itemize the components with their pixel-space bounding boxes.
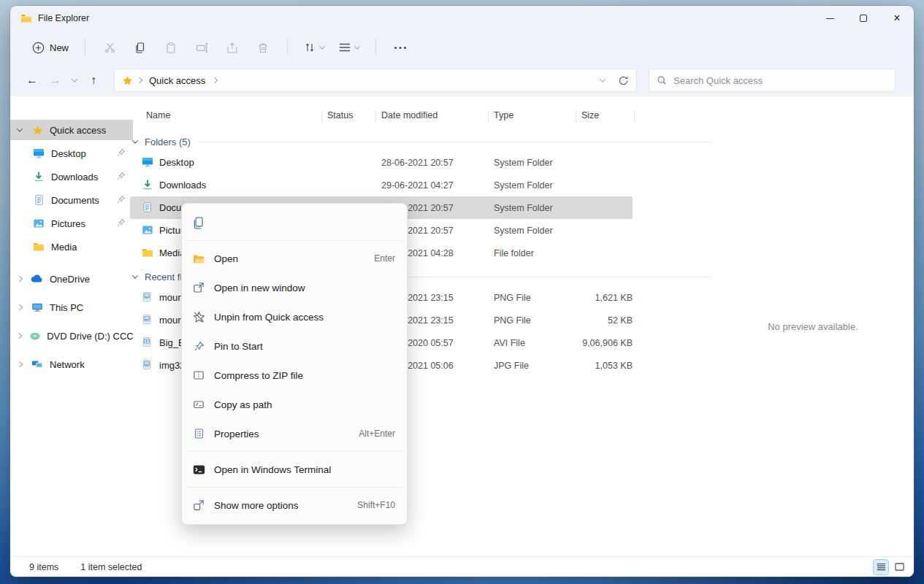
view-button[interactable] bbox=[335, 36, 364, 59]
rename-button[interactable] bbox=[188, 36, 215, 59]
sidebar-item-quick-access[interactable]: Quick access bbox=[10, 120, 133, 140]
arrow-up-icon: ↑ bbox=[91, 74, 96, 87]
file-type: System Folder bbox=[494, 226, 553, 236]
up-button[interactable]: ↑ bbox=[82, 69, 105, 91]
sort-button[interactable] bbox=[299, 36, 329, 59]
chevron-right-icon[interactable] bbox=[16, 333, 22, 339]
menu-item-label: Show more options bbox=[214, 500, 299, 511]
menu-item-label: Pin to Start bbox=[214, 341, 263, 352]
image-file-icon bbox=[142, 359, 152, 370]
sidebar: Quick access Desktop Downloads bbox=[10, 120, 133, 556]
sidebar-item-this-pc[interactable]: This PC bbox=[10, 297, 133, 318]
pin-icon[interactable] bbox=[117, 218, 126, 227]
sidebar-item-desktop[interactable]: Desktop bbox=[10, 143, 133, 164]
section-header-folders[interactable]: Folders (5) bbox=[130, 132, 712, 151]
menu-item-show-more-options[interactable]: Show more options Shift+F10 bbox=[182, 491, 407, 520]
menu-item-open-in-new-window[interactable]: Open in new window bbox=[182, 273, 407, 302]
column-header-size[interactable]: Size bbox=[581, 110, 599, 120]
new-button[interactable]: New bbox=[25, 37, 76, 58]
menu-item-compress-to-zip[interactable]: Compress to ZIP file bbox=[182, 361, 407, 390]
file-row-desktop[interactable]: Desktop 28-06-2021 20:57 System Folder bbox=[130, 151, 712, 174]
sidebar-item-onedrive[interactable]: OneDrive bbox=[10, 269, 133, 289]
menu-item-properties[interactable]: Properties Alt+Enter bbox=[182, 419, 407, 448]
menu-item-shortcut: Shift+F10 bbox=[357, 500, 395, 510]
refresh-icon[interactable] bbox=[618, 75, 629, 86]
downloads-icon bbox=[142, 179, 153, 191]
onedrive-icon bbox=[29, 274, 45, 283]
sidebar-item-label: Pictures bbox=[51, 218, 85, 229]
file-size: 1,621 KB bbox=[581, 293, 633, 303]
context-menu: Open Enter Open in new window Unpin from… bbox=[181, 203, 408, 525]
window-controls: × bbox=[813, 6, 914, 31]
menu-item-label: Unpin from Quick access bbox=[214, 312, 324, 323]
chevron-down-icon bbox=[132, 137, 138, 143]
breadcrumb[interactable]: Quick access bbox=[114, 69, 637, 92]
menu-item-copy-as-path[interactable]: Copy as path bbox=[182, 390, 407, 419]
copy-button[interactable] bbox=[127, 36, 153, 59]
breadcrumb-quick-access[interactable]: Quick access bbox=[146, 75, 208, 86]
menu-separator bbox=[186, 240, 402, 241]
search-input[interactable] bbox=[673, 75, 887, 86]
address-dropdown-icon[interactable] bbox=[600, 76, 606, 82]
file-size: 1,053 KB bbox=[581, 361, 633, 371]
column-header-type[interactable]: Type bbox=[494, 110, 513, 120]
preview-pane: No preview available. bbox=[712, 96, 914, 556]
image-file-icon bbox=[142, 291, 152, 302]
file-row-downloads[interactable]: Downloads 29-06-2021 04:27 System Folder bbox=[130, 174, 712, 196]
menu-item-shortcut: Alt+Enter bbox=[359, 429, 395, 439]
sidebar-item-dvd-drive[interactable]: DVD Drive (D:) CCCC bbox=[10, 326, 133, 346]
folder-icon bbox=[142, 247, 153, 258]
sidebar-item-label: Downloads bbox=[51, 172, 98, 182]
chevron-down-icon[interactable] bbox=[17, 126, 23, 131]
share-button[interactable] bbox=[219, 36, 245, 59]
more-options-button[interactable] bbox=[387, 36, 413, 59]
desktop-icon bbox=[142, 156, 153, 168]
file-type: System Folder bbox=[494, 203, 553, 213]
new-button-label: New bbox=[50, 42, 69, 53]
sidebar-item-pictures[interactable]: Pictures bbox=[10, 213, 133, 234]
pin-icon[interactable] bbox=[117, 195, 126, 204]
history-dropdown-button[interactable] bbox=[67, 69, 82, 91]
desktop-icon bbox=[31, 147, 47, 159]
chevron-down-icon bbox=[319, 43, 325, 49]
sidebar-item-media[interactable]: Media bbox=[10, 237, 133, 257]
menu-item-pin-to-start[interactable]: Pin to Start bbox=[182, 331, 407, 361]
close-button[interactable]: × bbox=[880, 6, 914, 31]
sidebar-item-label: Documents bbox=[51, 195, 99, 206]
paste-button[interactable] bbox=[158, 36, 184, 59]
column-header-name[interactable]: Name bbox=[146, 110, 170, 120]
delete-button[interactable] bbox=[250, 36, 276, 59]
copy-icon[interactable] bbox=[192, 216, 205, 230]
plus-circle-icon bbox=[32, 42, 45, 54]
share-icon bbox=[226, 42, 238, 54]
close-icon: × bbox=[893, 12, 900, 24]
back-button[interactable]: ← bbox=[20, 69, 44, 91]
thumbnail-view-toggle[interactable] bbox=[892, 560, 906, 575]
file-type: JPG File bbox=[494, 361, 529, 371]
details-view-toggle[interactable] bbox=[874, 560, 888, 575]
menu-item-open[interactable]: Open Enter bbox=[182, 244, 407, 273]
chevron-down-icon bbox=[72, 76, 77, 82]
sidebar-item-documents[interactable]: Documents bbox=[10, 190, 133, 210]
pin-icon[interactable] bbox=[117, 172, 126, 180]
section-label: Recent fi bbox=[145, 272, 182, 283]
menu-item-open-in-windows-terminal[interactable]: Open in Windows Terminal bbox=[182, 455, 407, 484]
chevron-right-icon[interactable] bbox=[17, 304, 23, 310]
menu-item-unpin-from-quick-access[interactable]: Unpin from Quick access bbox=[182, 302, 407, 331]
pictures-icon bbox=[142, 224, 153, 236]
arrow-left-icon: ← bbox=[26, 74, 38, 87]
cut-button[interactable] bbox=[96, 36, 123, 59]
column-header-status[interactable]: Status bbox=[327, 110, 353, 120]
chevron-right-icon[interactable] bbox=[17, 276, 23, 282]
toolbar-divider bbox=[85, 39, 85, 56]
maximize-button[interactable] bbox=[847, 6, 880, 31]
column-header-date-modified[interactable]: Date modified bbox=[381, 110, 438, 120]
pin-icon[interactable] bbox=[117, 148, 126, 157]
menu-separator bbox=[186, 451, 402, 452]
forward-button[interactable]: → bbox=[44, 69, 67, 91]
dvd-drive-icon bbox=[28, 330, 42, 342]
minimize-button[interactable] bbox=[813, 6, 847, 31]
sidebar-item-downloads[interactable]: Downloads bbox=[10, 166, 133, 187]
sidebar-item-network[interactable]: Network bbox=[10, 354, 133, 374]
chevron-right-icon[interactable] bbox=[17, 361, 23, 367]
